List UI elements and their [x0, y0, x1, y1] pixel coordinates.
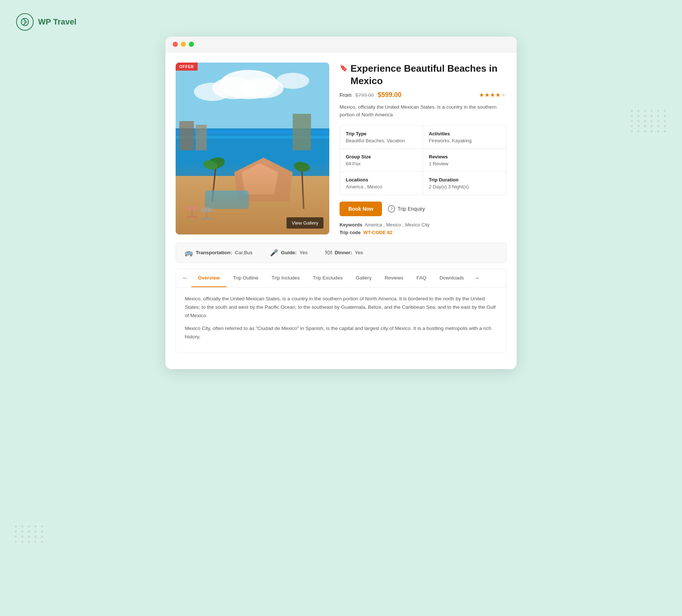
svg-marker-17 [241, 163, 278, 194]
svg-line-21 [302, 169, 304, 209]
tab-downloads[interactable]: Downloads [433, 269, 471, 287]
dinner-value: Yes [355, 250, 363, 255]
info-cell-reviews: Reviews 1 Review [423, 149, 506, 172]
guide-value: Yes [300, 250, 308, 255]
svg-line-18 [212, 165, 216, 202]
activities-value: Fireworks, Kayaking [429, 138, 500, 143]
details-section: 🔖 Experience Beautiful Beaches in Mexico… [340, 63, 506, 235]
trip-type-label: Trip Type [346, 131, 417, 136]
trip-title-row: 🔖 Experience Beautiful Beaches in Mexico [340, 63, 506, 87]
svg-point-29 [201, 207, 213, 213]
tripcode-value: WT-CODE 82 [363, 230, 392, 235]
bookmark-icon: 🔖 [340, 64, 348, 72]
sale-price: $599.00 [378, 91, 401, 98]
browser-window: OFFER [165, 37, 517, 369]
tab-faq[interactable]: FAQ [410, 269, 433, 287]
tab-trip-includes[interactable]: Trip Includes [265, 269, 306, 287]
overview-paragraph-1: Mexico, officially the United Mexican St… [185, 295, 497, 320]
nav-tabs-container: ← Overview Trip Outline Trip Includes Tr… [176, 269, 506, 353]
price-row: From $799.00 $599.00 ★★★★★ [340, 91, 506, 99]
info-cell-duration: Trip Duration 2 Day(s) 3 Night(s) [423, 172, 506, 195]
svg-rect-24 [187, 216, 198, 218]
main-section: OFFER [176, 63, 506, 235]
info-cell-activities: Activities Fireworks, Kayaking [423, 126, 506, 149]
duration-label: Trip Duration [429, 177, 500, 183]
info-cell-trip-type: Trip Type Beautiful Beaches, Vacation [340, 126, 423, 149]
activities-label: Activities [429, 131, 500, 136]
tab-gallery[interactable]: Gallery [349, 269, 378, 287]
browser-bar [165, 37, 517, 52]
original-price: $799.00 [355, 92, 374, 98]
svg-point-8 [276, 73, 309, 89]
svg-point-7 [194, 83, 231, 101]
transportation-value: Car,Bus [235, 250, 252, 255]
svg-rect-15 [293, 114, 311, 150]
group-size-label: Group Size [346, 154, 417, 159]
book-now-button[interactable]: Book Now [340, 202, 382, 216]
enquiry-icon: ? [388, 205, 395, 213]
locations-value: America , Mexico [346, 184, 417, 189]
offer-badge: OFFER [176, 63, 198, 71]
nav-next-button[interactable]: → [471, 270, 483, 286]
dot-green [189, 42, 194, 47]
tab-overview[interactable]: Overview [191, 269, 226, 287]
beach-image [176, 63, 329, 234]
trip-title: Experience Beautiful Beaches in Mexico [351, 63, 506, 87]
transport-item-dinner: 🍽 Dinner: Yes [325, 249, 363, 256]
transport-bar: 🚌 Transportation: Car,Bus 🎤 Guide: Yes 🍽… [176, 243, 506, 263]
tab-content: Mexico, officially the United Mexican St… [176, 288, 506, 353]
svg-rect-25 [201, 218, 212, 219]
group-size-value: 64 Pax [346, 161, 417, 166]
tab-trip-excludes[interactable]: Trip Excludes [306, 269, 349, 287]
price-container: From $799.00 $599.00 [340, 91, 401, 99]
price-label: From [340, 92, 352, 98]
tripcode-row: Trip code WT-CODE 82 [340, 230, 506, 235]
locations-label: Locations [346, 177, 417, 183]
reviews-label: Reviews [429, 154, 500, 159]
svg-point-27 [186, 205, 199, 211]
keywords-label: Keywords [340, 222, 362, 228]
tripcode-label: Trip code [340, 230, 361, 235]
bus-icon: 🚌 [185, 249, 193, 257]
info-cell-locations: Locations America , Mexico [340, 172, 423, 195]
dinner-label: Dinner: [335, 250, 352, 255]
trip-type-value: Beautiful Beaches, Vacation [346, 138, 417, 143]
svg-point-22 [293, 161, 311, 173]
info-grid: Trip Type Beautiful Beaches, Vacation Ac… [340, 125, 506, 195]
beach-svg [176, 63, 329, 234]
decorative-dots-left [15, 525, 45, 543]
transportation-label: Transportation: [196, 250, 232, 255]
logo-icon [16, 13, 34, 31]
tab-reviews[interactable]: Reviews [378, 269, 410, 287]
svg-rect-23 [205, 191, 249, 209]
duration-value: 2 Day(s) 3 Night(s) [429, 184, 500, 189]
brand-name: WP Travel [38, 17, 76, 27]
top-bar: WP Travel [7, 7, 675, 37]
transport-item-guide: 🎤 Guide: Yes [270, 249, 308, 257]
svg-rect-14 [196, 125, 207, 150]
keywords-row: Keywords America , Mexico , Mexico City [340, 222, 506, 228]
transport-item-transportation: 🚌 Transportation: Car,Bus [185, 249, 252, 257]
keywords-values: America , Mexico , Mexico City [365, 222, 430, 228]
trip-image-container: OFFER [176, 63, 329, 234]
star-rating: ★★★★★ [479, 91, 506, 98]
svg-marker-16 [234, 158, 293, 202]
action-row: Book Now ? Trip Enquiry [340, 202, 506, 216]
svg-rect-13 [179, 121, 194, 150]
microphone-icon: 🎤 [270, 249, 278, 257]
nav-prev-button[interactable]: ← [179, 270, 191, 286]
info-cell-group-size: Group Size 64 Pax [340, 149, 423, 172]
browser-content: OFFER [165, 52, 517, 369]
dinner-icon: 🍽 [325, 249, 332, 256]
trip-description: Mexico, officially the United Mexican St… [340, 103, 506, 119]
nav-tabs: ← Overview Trip Outline Trip Includes Tr… [176, 269, 506, 288]
decorative-dots-right [631, 110, 667, 132]
reviews-value: 1 Review [429, 161, 500, 166]
guide-label: Guide: [281, 250, 297, 255]
dot-red [173, 42, 178, 47]
tab-trip-outline[interactable]: Trip Outline [226, 269, 265, 287]
view-gallery-label[interactable]: View Gallery [286, 217, 323, 229]
enquiry-label: Trip Enquiry [397, 206, 425, 212]
trip-enquiry-button[interactable]: ? Trip Enquiry [388, 205, 425, 213]
dot-yellow [181, 42, 186, 47]
